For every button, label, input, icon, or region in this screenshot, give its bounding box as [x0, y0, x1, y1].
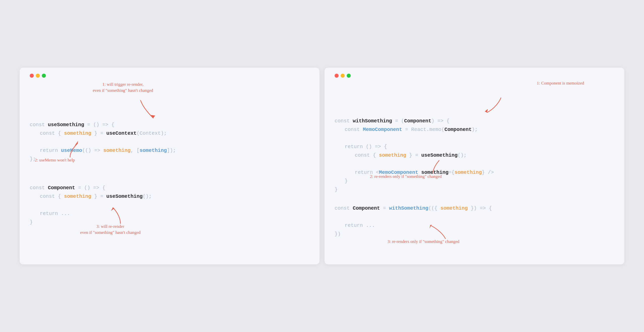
left-code-block-1: const useSomething = () => { const { som… — [30, 121, 309, 163]
left-annotation-1: 1: will trigger re-render,even if "somet… — [93, 81, 153, 94]
red-light — [30, 74, 34, 78]
right-annotation-1: 1: Component is memoized — [537, 80, 584, 86]
green-light — [42, 74, 46, 78]
right-code-block-2: const Component = withSomething(({ somet… — [335, 204, 614, 238]
right-code-section-1: const withSomething = (Component) => { c… — [335, 117, 614, 194]
svg-marker-0 — [151, 115, 155, 118]
left-code-section-1: const useSomething = () => { const { som… — [30, 121, 309, 163]
left-arrows-svg — [20, 68, 319, 264]
right-code-section-2: const Component = withSomething(({ somet… — [335, 204, 614, 238]
traffic-lights-left — [30, 74, 309, 78]
right-code-block-1: const withSomething = (Component) => { c… — [335, 117, 614, 194]
right-panel: 1: Component is memoized 2: re-renders o… — [325, 68, 624, 264]
traffic-lights-right — [335, 74, 614, 78]
left-code-block-2: const Component = () => { const { someth… — [30, 184, 309, 227]
main-container: 1: will trigger re-render,even if "somet… — [20, 68, 624, 264]
svg-marker-3 — [485, 109, 488, 113]
right-annotation-3: 3: re-renders only if "something" change… — [388, 239, 459, 245]
yellow-light — [36, 74, 40, 78]
yellow-light-right — [341, 74, 345, 78]
left-code-section-2: const Component = () => { const { someth… — [30, 184, 309, 227]
left-panel: 1: will trigger re-render,even if "somet… — [20, 68, 319, 264]
green-light-right — [347, 74, 351, 78]
red-light-right — [335, 74, 339, 78]
